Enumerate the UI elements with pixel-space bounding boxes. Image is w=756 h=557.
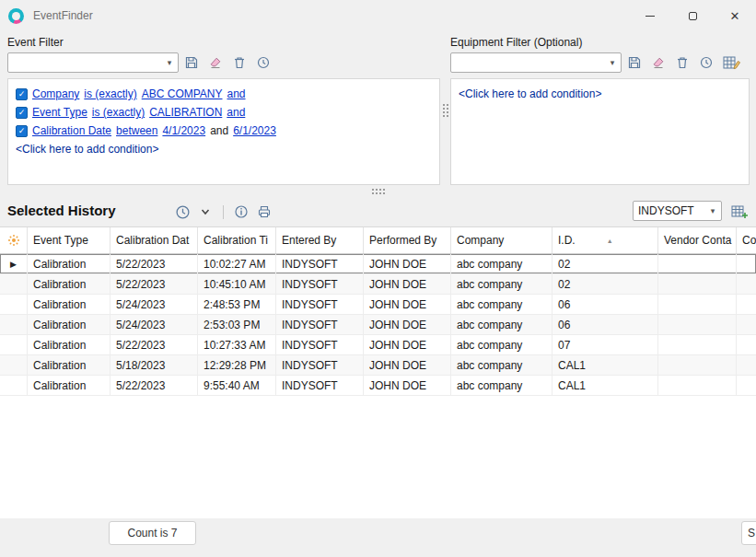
user-combobox[interactable]: INDYSOFT ▾ <box>633 201 722 221</box>
condition-checkbox[interactable]: ✓ <box>16 88 28 100</box>
condition-operator-link[interactable]: between <box>116 124 157 137</box>
grid-cell[interactable]: 9:55:40 AM <box>198 376 276 395</box>
column-header-entered-by[interactable]: Entered By <box>276 227 364 253</box>
column-header-co[interactable]: Co <box>737 227 756 253</box>
event-filter-combobox[interactable]: ▾ <box>7 52 179 73</box>
condition-field-link[interactable]: Calibration Date <box>32 124 111 137</box>
grid-cell[interactable]: abc company <box>451 355 552 375</box>
grid-cell[interactable]: 5/22/2023 <box>110 335 198 354</box>
clear-filter-button[interactable] <box>650 54 667 71</box>
grid-cell[interactable]: abc company <box>451 315 552 334</box>
grid-row[interactable]: Calibration5/22/20239:55:40 AMINDYSOFTJO… <box>0 376 756 396</box>
grid-row[interactable]: ▶Calibration5/22/202310:02:27 AMINDYSOFT… <box>0 254 756 274</box>
grid-cell[interactable]: INDYSOFT <box>276 315 364 334</box>
equipment-filter-combobox[interactable]: ▾ <box>450 52 622 73</box>
condition-field-link[interactable]: Event Type <box>32 106 87 119</box>
column-header-vendor-conta[interactable]: Vendor Conta <box>658 227 737 253</box>
grid-cell[interactable]: INDYSOFT <box>276 274 364 294</box>
grid-row[interactable]: Calibration5/22/202310:45:10 AMINDYSOFTJ… <box>0 274 756 295</box>
grid-cell[interactable]: abc company <box>451 376 552 395</box>
add-condition-link[interactable]: <Click here to add condition> <box>459 85 741 103</box>
condition-value-link[interactable]: 4/1/2023 <box>162 124 205 137</box>
history-clock-button[interactable] <box>174 203 191 220</box>
grid-cell[interactable]: 12:29:28 PM <box>198 355 276 375</box>
column-header-performed-by[interactable]: Performed By <box>364 227 451 253</box>
condition-checkbox[interactable]: ✓ <box>16 125 28 137</box>
grid-cell[interactable]: 5/24/2023 <box>110 295 198 314</box>
grid-cell[interactable]: 5/18/2023 <box>110 355 198 375</box>
grid-cell[interactable] <box>658 295 737 314</box>
grid-cell[interactable]: CAL1 <box>552 376 658 395</box>
grid-cell[interactable]: Calibration <box>28 355 110 375</box>
column-header-company[interactable]: Company <box>451 227 552 253</box>
grid-cell[interactable]: 06 <box>552 295 658 314</box>
print-button[interactable] <box>256 203 273 220</box>
condition-value-link[interactable]: CALIBRATION <box>149 106 222 119</box>
grid-cell[interactable]: Calibration <box>28 376 110 395</box>
grid-cell[interactable] <box>658 355 737 375</box>
grid-cell[interactable]: Calibration <box>28 295 110 314</box>
grid-cell[interactable]: 06 <box>552 315 658 334</box>
grid-cell[interactable] <box>737 254 756 273</box>
grid-cell[interactable]: Calibration <box>28 254 110 273</box>
grid-cell[interactable]: 2:53:03 PM <box>198 315 276 334</box>
grid-row[interactable]: Calibration5/24/20232:48:53 PMINDYSOFTJO… <box>0 295 756 315</box>
condition-value-link[interactable]: ABC COMPANY <box>142 87 223 100</box>
condition-checkbox[interactable]: ✓ <box>16 107 28 119</box>
grid-cell[interactable]: abc company <box>451 274 552 294</box>
add-condition-link[interactable]: <Click here to add condition> <box>16 140 432 158</box>
close-button[interactable]: ✕ <box>714 0 756 31</box>
grid-cell[interactable]: INDYSOFT <box>276 295 364 314</box>
grid-cell[interactable] <box>737 376 756 395</box>
minimize-button[interactable] <box>629 0 671 31</box>
grid-cell[interactable]: JOHN DOE <box>364 335 451 354</box>
grid-cell[interactable]: Calibration <box>28 335 110 354</box>
grid-cell[interactable]: 5/22/2023 <box>110 376 198 395</box>
grid-cell[interactable]: JOHN DOE <box>364 355 451 375</box>
maximize-button[interactable] <box>671 0 714 31</box>
grid-cell[interactable] <box>658 254 737 273</box>
condition-group-link[interactable]: and <box>227 106 245 119</box>
delete-filter-button[interactable] <box>231 54 248 71</box>
condition-field-link[interactable]: Company <box>32 87 79 100</box>
condition-operator-link[interactable]: is (exactly) <box>92 106 145 119</box>
grid-cell[interactable]: 10:45:10 AM <box>198 274 276 294</box>
horizontal-splitter-handle[interactable] <box>371 188 387 194</box>
grid-cell[interactable]: 5/22/2023 <box>110 274 198 294</box>
grid-cell[interactable] <box>658 274 737 294</box>
grid-cell[interactable]: INDYSOFT <box>276 376 364 395</box>
condition-value-link[interactable]: 6/1/2023 <box>233 124 276 137</box>
grid-cell[interactable]: Calibration <box>28 274 110 294</box>
search-button-partial[interactable]: S <box>741 521 756 545</box>
grid-cell[interactable]: JOHN DOE <box>364 295 451 314</box>
grid-cell[interactable]: 5/22/2023 <box>110 254 198 273</box>
condition-operator-link[interactable]: is (exactly) <box>84 87 136 100</box>
grid-cell[interactable] <box>737 295 756 314</box>
grid-cell[interactable]: 10:02:27 AM <box>198 254 276 273</box>
grid-cell[interactable]: JOHN DOE <box>364 254 451 273</box>
grid-cell[interactable]: JOHN DOE <box>364 315 451 334</box>
filter-history-button[interactable] <box>255 54 272 71</box>
grid-cell[interactable] <box>737 355 756 375</box>
grid-cell[interactable]: 02 <box>552 254 658 273</box>
grid-cell[interactable] <box>658 315 737 334</box>
column-header-calibration-dat[interactable]: Calibration Dat <box>110 227 198 253</box>
grid-cell[interactable]: JOHN DOE <box>364 376 451 395</box>
column-chooser-button[interactable] <box>729 203 750 220</box>
grid-corner-button[interactable] <box>0 227 28 253</box>
clear-filter-button[interactable] <box>207 54 224 71</box>
save-filter-button[interactable] <box>626 54 643 71</box>
grid-cell[interactable]: INDYSOFT <box>276 355 364 375</box>
save-filter-button[interactable] <box>183 54 200 71</box>
column-header-calibration-ti[interactable]: Calibration Ti <box>198 227 276 253</box>
delete-filter-button[interactable] <box>674 54 691 71</box>
grid-cell[interactable] <box>737 274 756 294</box>
grid-cell[interactable]: INDYSOFT <box>276 335 364 354</box>
grid-cell[interactable]: 02 <box>552 274 658 294</box>
filter-editor-button[interactable] <box>722 54 742 71</box>
vertical-splitter-handle[interactable] <box>442 103 448 119</box>
grid-cell[interactable] <box>658 335 737 354</box>
grid-row[interactable]: Calibration5/24/20232:53:03 PMINDYSOFTJO… <box>0 315 756 335</box>
grid-cell[interactable] <box>658 376 737 395</box>
grid-cell[interactable]: abc company <box>451 254 552 273</box>
